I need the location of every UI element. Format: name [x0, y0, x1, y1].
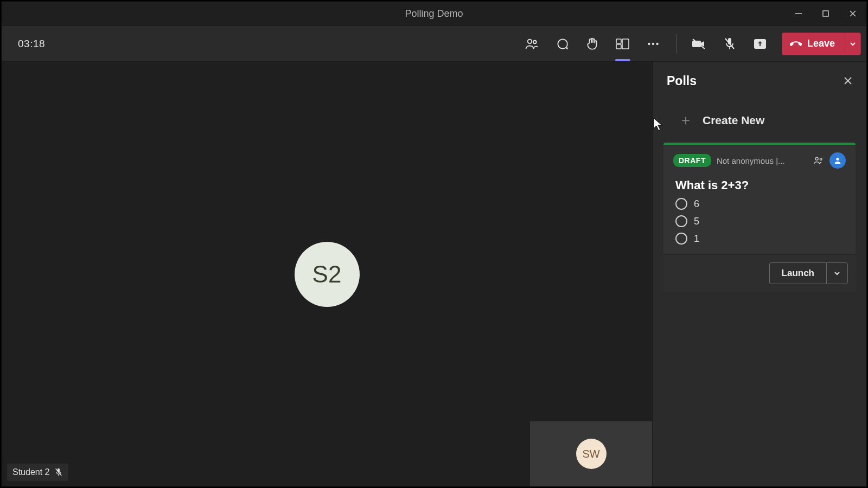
share-button[interactable] — [745, 30, 775, 57]
launch-label: Launch — [782, 268, 814, 279]
leave-button[interactable]: Leave — [782, 33, 845, 55]
participants-button[interactable] — [516, 30, 547, 57]
svg-rect-6 — [616, 39, 621, 43]
more-icon — [646, 37, 660, 51]
poll-option-label: 6 — [694, 198, 699, 210]
window-title: Polling Demo — [405, 8, 463, 20]
chevron-down-icon — [833, 269, 841, 277]
svg-point-10 — [652, 42, 654, 44]
share-screen-icon — [753, 37, 767, 50]
svg-point-22 — [815, 157, 818, 160]
create-new-label: Create New — [703, 114, 764, 127]
radio-icon — [675, 233, 687, 245]
participant-name-pill: Student 2 — [7, 464, 68, 481]
launch-options-button[interactable] — [826, 262, 848, 284]
svg-point-24 — [836, 158, 839, 160]
person-icon — [833, 156, 842, 165]
people-icon — [524, 36, 539, 52]
svg-rect-1 — [823, 11, 828, 16]
poll-author-avatar — [829, 152, 846, 169]
chat-button[interactable] — [547, 30, 577, 57]
radio-icon — [675, 215, 687, 227]
rooms-icon — [615, 37, 630, 51]
chat-icon — [555, 37, 569, 51]
window-close-button[interactable] — [839, 2, 866, 25]
svg-point-4 — [528, 39, 532, 43]
raise-hand-icon — [585, 37, 599, 51]
mic-muted-icon — [54, 467, 63, 477]
leave-label: Leave — [807, 38, 835, 49]
poll-card: DRAFT Not anonymous |... What is 2+ — [663, 143, 856, 292]
titlebar: Polling Demo — [2, 2, 866, 25]
meeting-toolbar: 03:18 — [2, 25, 866, 62]
svg-point-5 — [533, 40, 537, 43]
hangup-icon — [790, 38, 802, 50]
svg-point-23 — [820, 158, 822, 160]
poll-option-label: 1 — [694, 233, 699, 245]
poll-option[interactable]: 6 — [675, 198, 844, 210]
svg-point-11 — [656, 42, 658, 44]
camera-toggle-button[interactable] — [684, 30, 714, 57]
close-icon — [843, 76, 853, 86]
panel-close-button[interactable] — [840, 73, 856, 88]
window-maximize-button[interactable] — [812, 2, 839, 25]
camera-off-icon — [692, 37, 707, 51]
poll-question: What is 2+3? — [663, 169, 856, 196]
polls-panel: Polls ＋ Create New DRAFT Not anonymous |… — [652, 62, 866, 486]
participant-avatar-initials: S2 — [312, 261, 342, 288]
respondents-icon — [813, 156, 824, 165]
plus-icon: ＋ — [679, 111, 693, 130]
call-timer: 03:18 — [18, 38, 45, 50]
toolbar-separator — [676, 34, 676, 54]
reactions-button[interactable] — [577, 30, 608, 57]
self-avatar: SW — [576, 439, 607, 469]
svg-rect-7 — [616, 44, 621, 49]
poll-option-label: 5 — [694, 216, 699, 227]
poll-option[interactable]: 5 — [675, 215, 844, 227]
participant-name: Student 2 — [12, 467, 50, 477]
window-minimize-button[interactable] — [785, 2, 812, 25]
mic-off-icon — [723, 37, 736, 51]
more-actions-button[interactable] — [638, 30, 668, 57]
self-avatar-initials: SW — [582, 448, 599, 460]
leave-options-button[interactable] — [845, 33, 861, 55]
svg-point-9 — [648, 42, 650, 44]
panel-title: Polls — [667, 74, 697, 88]
video-stage: S2 Student 2 SW — [2, 62, 652, 486]
create-new-poll-button[interactable]: ＋ Create New — [653, 105, 866, 135]
svg-rect-8 — [622, 39, 629, 49]
microphone-toggle-button[interactable] — [714, 30, 745, 57]
poll-meta-text: Not anonymous |... — [717, 156, 808, 165]
rooms-button[interactable] — [608, 30, 638, 57]
self-video-tile[interactable]: SW — [530, 421, 652, 486]
poll-status-badge: DRAFT — [673, 154, 711, 167]
participant-avatar: S2 — [295, 242, 360, 307]
poll-option[interactable]: 1 — [675, 233, 844, 245]
chevron-down-icon — [849, 40, 857, 48]
radio-icon — [675, 198, 687, 210]
launch-poll-button[interactable]: Launch — [769, 262, 826, 284]
